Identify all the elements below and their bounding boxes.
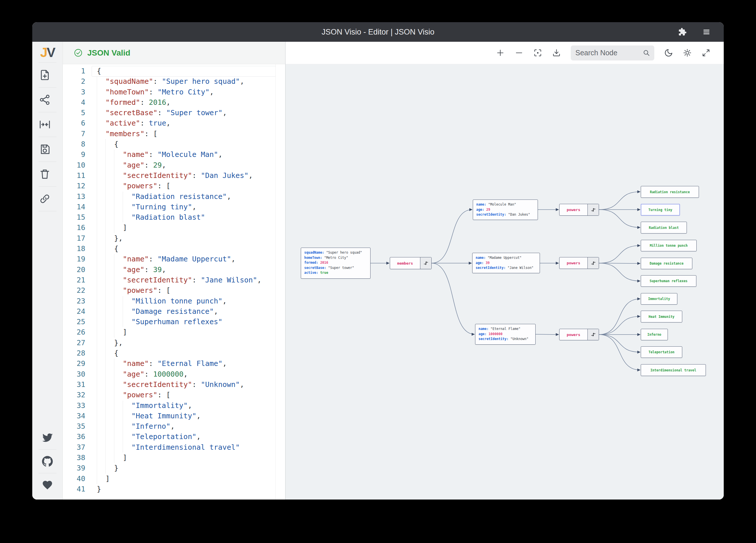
code-text: { [97,66,101,76]
editor-line: 35"Inferno", [63,421,285,432]
sidebar-new-document-button[interactable] [39,63,56,87]
graph-node-immortality[interactable]: Immortality [641,293,677,304]
token-k: "age" [123,369,144,379]
collapse-icon [591,332,596,336]
graph-node-madame-uppercut[interactable]: name: "Madame Uppercut"age: 39secretIden… [472,253,540,273]
toolbar-plus-button[interactable] [496,48,505,57]
indent-guide [97,139,105,150]
indent-guide [114,390,123,400]
graph-canvas[interactable]: squadName: "Super hero squad"homeTown: "… [286,64,724,499]
indent-guide [114,317,123,327]
toolbar-gear-button[interactable] [683,48,692,57]
code-text: "age": 29, [97,160,166,171]
token-n: 39 [153,265,162,275]
indent-guide [114,150,123,160]
gear-icon [683,48,692,57]
toolbar-fullscreen-button[interactable] [702,48,710,57]
graph-node-teleportation[interactable]: Teleportation [641,346,682,358]
token-k: "active" [105,118,140,128]
graph-node-root[interactable]: squadName: "Super hero squad"homeTown: "… [301,248,371,279]
token-p: , [162,160,166,171]
node-label: members [390,258,420,269]
menu-icon [702,27,711,37]
line-number: 41 [63,484,88,494]
leaf-label: Inferno [647,332,661,336]
collapse-node-button[interactable] [587,258,599,269]
line-number: 10 [63,160,88,171]
token-k: "powers" [123,285,157,296]
token-s: "Radiation resistance" [131,192,227,202]
indent-guide [97,223,105,233]
sidebar-twitter-button[interactable] [42,426,53,449]
node-key: age: [476,261,486,265]
json-editor[interactable]: 1{2"squadName": "Super hero squad",3"hom… [63,64,285,499]
indent-guide [97,212,105,223]
line-number: 40 [63,474,88,484]
graph-node-powers-1[interactable]: powers [559,204,599,216]
graph-node-molecule-man[interactable]: name: "Molecule Man"age: 29secretIdentit… [473,200,538,220]
toolbar-focus-center-button[interactable] [533,48,542,57]
node-key: name: [479,327,491,331]
token-s: "Metro City" [158,87,210,97]
node-row-homeTown: homeTown: "Metro City" [301,256,370,261]
line-number: 17 [63,233,88,244]
node-key: homeTown: [304,256,324,260]
editor-line: 10"age": 29, [63,160,285,171]
sidebar-link-button[interactable] [39,187,56,211]
indent-guide [123,421,131,432]
graph-node-powers-2[interactable]: powers [559,257,599,269]
token-p: , [240,76,244,87]
plus-icon [496,48,505,57]
sidebar-delete-button[interactable] [39,162,56,186]
collapse-node-button[interactable] [587,329,599,340]
collapse-node-button[interactable] [420,258,431,269]
sidebar-share-nodes-button[interactable] [39,88,56,112]
token-s: "Madame Uppercut" [157,254,231,264]
search-node-input[interactable] [575,48,642,57]
graph-node-million-tonne-punch[interactable]: Million tonne punch [641,240,697,252]
line-number: 19 [63,254,88,264]
token-k: "age" [123,265,144,275]
line-number: 33 [63,400,88,411]
graph-node-superhuman-reflexes[interactable]: Superhuman reflexes [641,275,696,287]
graph-node-heat-immunity[interactable]: Heat Immunity [641,311,682,322]
graph-node-members[interactable]: members [390,257,432,269]
graph-node-damage-resistance[interactable]: Damage resistance [641,258,692,269]
token-k: "age" [123,160,144,171]
indent-guide [97,285,105,296]
graph-node-turning-tiny[interactable]: Turning tiny [641,204,680,216]
token-k: "secretIdentity" [123,171,192,181]
check-circle-icon [74,48,83,57]
leaf-label: Heat Immunity [649,315,674,319]
sidebar-github-button[interactable] [42,450,53,473]
indent-guide [97,463,105,473]
graph-node-eternal-flame[interactable]: name: "Eternal Flame"age: 1000000secretI… [475,324,536,345]
titlebar-menu-button[interactable] [702,27,711,37]
graph-node-radiation-resistance[interactable]: Radiation resistance [641,186,699,198]
graph-node-powers-3[interactable]: powers [559,329,599,340]
sidebar-heart-button[interactable] [42,473,53,497]
collapse-node-button[interactable] [587,204,599,215]
toolbar-download-button[interactable] [552,48,561,57]
indent-guide [105,369,114,379]
sidebar-fit-width-button[interactable] [39,112,56,137]
titlebar-puzzle-button[interactable] [678,27,687,37]
graph-edge-powers-2-to-superhuman-reflexes [599,263,640,281]
sidebar-save-button[interactable] [39,137,56,162]
indent-guide [114,432,123,442]
line-number: 21 [63,275,88,285]
node-key: secretBase: [304,266,328,270]
line-number: 13 [63,192,88,202]
token-s: "Dan Jukes" [201,171,249,181]
graph-node-radiation-blast[interactable]: Radiation blast [641,222,687,234]
collapse-icon [424,261,428,265]
graph-node-inferno[interactable]: Inferno [641,329,668,340]
token-s: "Unknown" [201,379,240,390]
token-p: , [192,202,196,212]
token-p: , [188,400,192,411]
graph-node-interdimensional-travel[interactable]: Interdimensional travel [641,364,706,376]
code-text: }, [97,338,123,348]
editor-line: 36"Teleportation", [63,432,285,442]
toolbar-moon-button[interactable] [664,48,673,57]
toolbar-minus-button[interactable] [515,48,523,57]
